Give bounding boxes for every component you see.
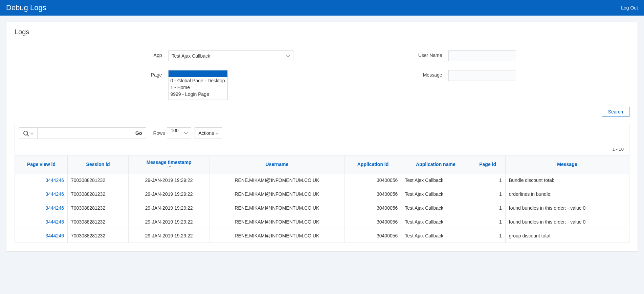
search-button-row: Search (6, 100, 638, 123)
message-label: Message (408, 70, 442, 78)
cell[interactable]: 3444246 (15, 201, 68, 215)
table-row: 3444246700308828123229-JAN-2019 19:29:22… (15, 229, 629, 243)
cell: 1 (470, 173, 505, 187)
page-label: Page (128, 70, 162, 78)
cell: Test Ajax Callback (401, 229, 470, 243)
cell: 29-JAN-2019 19:29:22 (129, 173, 209, 187)
sort-desc-icon: ↓≡ (132, 165, 206, 169)
app-label: App (128, 50, 162, 58)
page-option[interactable]: 1 - Home (169, 84, 227, 91)
cell: 29-JAN-2019 19:29:22 (129, 187, 209, 201)
search-icon (23, 131, 28, 135)
filter-row-username: User Name (408, 50, 516, 61)
app-title: Debug Logs (6, 3, 46, 12)
cell: 29-JAN-2019 19:29:22 (129, 229, 209, 243)
cell: 30400056 (345, 215, 401, 229)
col-header[interactable]: Application name (401, 155, 470, 173)
col-header[interactable]: Application id (345, 155, 401, 173)
page-option[interactable]: 9999 - Login Page (169, 91, 227, 98)
cell: 30400056 (345, 173, 401, 187)
cell: 7003088281232 (67, 229, 128, 243)
col-header[interactable]: Page view id (15, 155, 68, 173)
range-text: 1 - 10 (15, 143, 629, 155)
cell: RENE.MIKAMI@INFOMENTUM.CO.UK (209, 201, 345, 215)
cell: 7003088281232 (67, 187, 128, 201)
cell: group discount total: (505, 229, 629, 243)
filter-col-right: User Name Message (408, 50, 516, 100)
cell: RENE.MIKAMI@INFOMENTUM.CO.UK (209, 187, 345, 201)
filter-region: App Test Ajax Callback Page 0 - Global P… (6, 42, 638, 100)
col-header[interactable]: Message (505, 155, 629, 173)
cell: 1 (470, 215, 505, 229)
cell: 29-JAN-2019 19:29:22 (129, 201, 209, 215)
filter-col-left: App Test Ajax Callback Page 0 - Global P… (128, 50, 293, 100)
cell: Test Ajax Callback (401, 187, 470, 201)
search-column-dropdown[interactable] (19, 127, 38, 139)
username-input[interactable] (448, 50, 516, 61)
section-title: Logs (6, 22, 638, 42)
cell: 7003088281232 (67, 201, 128, 215)
cell: 7003088281232 (67, 173, 128, 187)
cell: Test Ajax Callback (401, 215, 470, 229)
username-label: User Name (408, 50, 442, 58)
cell[interactable]: 3444246 (15, 215, 68, 229)
cell[interactable]: 3444246 (15, 187, 68, 201)
cell: Test Ajax Callback (401, 173, 470, 187)
rows-select[interactable]: 100 (167, 127, 191, 139)
top-bar: Debug Logs Log Out (0, 0, 644, 16)
app-select-value: Test Ajax Callback (168, 50, 293, 61)
page-option[interactable]: 0 - Global Page - Desktop (169, 77, 227, 84)
table-row: 3444246700308828123229-JAN-2019 19:29:22… (15, 187, 629, 201)
filter-row-page: Page 0 - Global Page - Desktop1 - Home99… (128, 70, 293, 100)
page-listbox[interactable]: 0 - Global Page - Desktop1 - Home9999 - … (168, 70, 228, 100)
col-header[interactable]: Username (209, 155, 345, 173)
cell: 30400056 (345, 229, 401, 243)
logs-table: Page view idSession idMessage timestamp↓… (15, 155, 629, 243)
table-header-row: Page view idSession idMessage timestamp↓… (15, 155, 629, 173)
cell: 1 (470, 229, 505, 243)
cell: 1 (470, 187, 505, 201)
rows-value: 100 (171, 128, 178, 133)
chevron-down-icon (216, 131, 219, 134)
table-row: 3444246700308828123229-JAN-2019 19:29:22… (15, 173, 629, 187)
cell: RENE.MIKAMI@INFOMENTUM.CO.UK (209, 229, 345, 243)
grid-search-input[interactable] (38, 127, 131, 139)
filter-row-app: App Test Ajax Callback (128, 50, 293, 61)
app-select[interactable]: Test Ajax Callback (168, 50, 293, 61)
cell[interactable]: 3444246 (15, 173, 68, 187)
message-input[interactable] (448, 70, 516, 81)
cell: 7003088281232 (67, 215, 128, 229)
cell: 1 (470, 201, 505, 215)
actions-label: Actions (198, 130, 214, 136)
cell: RENE.MIKAMI@INFOMENTUM.CO.UK (209, 173, 345, 187)
cell: 29-JAN-2019 19:29:22 (129, 215, 209, 229)
grid-region: Go Rows 100 Actions 1 - 10 Page view idS… (15, 123, 629, 243)
cell: found bundles in this order: - value 0 (505, 201, 629, 215)
page-option[interactable] (169, 70, 227, 77)
search-button[interactable]: Search (602, 107, 629, 117)
actions-menu[interactable]: Actions (195, 127, 222, 139)
col-header[interactable]: Page id (470, 155, 505, 173)
table-row: 3444246700308828123229-JAN-2019 19:29:22… (15, 215, 629, 229)
cell: found bundles in this order: - value 0 (505, 215, 629, 229)
cell: orderlines in bundle: (505, 187, 629, 201)
cell: Bundle discount total: (505, 173, 629, 187)
chevron-down-icon (30, 131, 34, 134)
cell: 30400056 (345, 201, 401, 215)
cell: Test Ajax Callback (401, 201, 470, 215)
cell: 30400056 (345, 187, 401, 201)
go-button[interactable]: Go (131, 127, 146, 139)
logout-link[interactable]: Log Out (621, 5, 638, 10)
main-card: Logs App Test Ajax Callback Page 0 - Glo… (6, 22, 638, 252)
filter-row-message: Message (408, 70, 516, 81)
table-body: 3444246700308828123229-JAN-2019 19:29:22… (15, 173, 629, 243)
cell[interactable]: 3444246 (15, 229, 68, 243)
grid-toolbar: Go Rows 100 Actions (15, 123, 629, 143)
col-header[interactable]: Message timestamp↓≡ (129, 155, 209, 173)
cell: RENE.MIKAMI@INFOMENTUM.CO.UK (209, 215, 345, 229)
rows-label: Rows (150, 130, 167, 136)
col-header[interactable]: Session id (67, 155, 128, 173)
table-row: 3444246700308828123229-JAN-2019 19:29:22… (15, 201, 629, 215)
